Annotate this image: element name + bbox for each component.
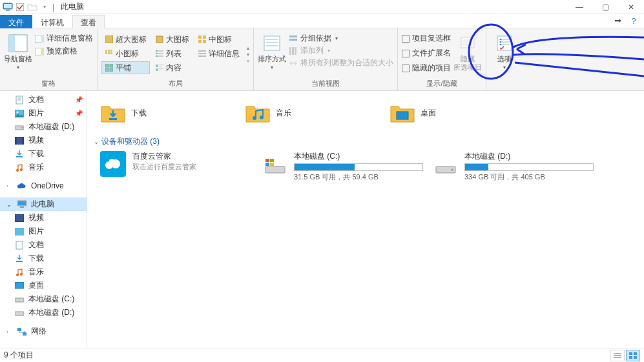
svg-rect-41 [264, 36, 280, 50]
details-view-button[interactable] [610, 350, 625, 361]
tab-view[interactable]: 查看 [72, 15, 105, 28]
folder-downloads[interactable]: 下载 [100, 100, 223, 126]
nav-music[interactable]: 音乐 [0, 161, 87, 174]
nav-videos[interactable]: 视频 [0, 134, 87, 147]
item-checkboxes-toggle[interactable]: 项目复选框 [402, 33, 451, 44]
nav-pc-drive-d[interactable]: 本地磁盘 (D:) [0, 306, 87, 319]
drive-d-bar [464, 163, 594, 171]
close-button[interactable]: ✕ [618, 0, 644, 14]
content-pane[interactable]: 下载 音乐 桌面 ⌄ 设备和驱动器 (3) 百度云管家 双击运行 [87, 91, 644, 348]
file-ext-toggle[interactable]: 文件扩展名 [402, 48, 451, 59]
music-icon [14, 163, 25, 173]
svg-rect-36 [159, 65, 163, 65]
nav-pc-videos[interactable]: 视频 [0, 211, 87, 225]
nav-local-d-pinned[interactable]: 本地磁盘 (D:) [0, 120, 87, 134]
view-switcher [610, 350, 640, 361]
group-by-button[interactable]: 分组依据▾ [289, 33, 393, 44]
preview-pane-label: 预览窗格 [47, 46, 78, 57]
nav-downloads[interactable]: 下载 [0, 147, 87, 161]
folders-row: 下载 音乐 桌面 [94, 99, 638, 132]
nav-pc-drive-c[interactable]: 本地磁盘 (C:) [0, 292, 87, 306]
layout-medium[interactable]: 中图标 [194, 33, 243, 46]
drive-c-label: 本地磁盘 (C:) [294, 151, 423, 162]
layout-details[interactable]: 详细信息 [194, 47, 243, 60]
folder-desktop[interactable]: 桌面 [390, 100, 512, 126]
hidden-items-toggle[interactable]: 隐藏的项目 [402, 63, 451, 74]
maximize-button[interactable]: ▢ [592, 0, 618, 14]
svg-rect-37 [159, 66, 162, 66]
navigation-pane-button[interactable]: 导航窗格 ▾ [4, 31, 32, 77]
svg-rect-25 [158, 50, 163, 52]
layout-large[interactable]: 大图标 [152, 33, 192, 46]
desktop-icon [14, 281, 25, 291]
ribbon-group-options: 选项 ▾ [486, 28, 523, 90]
nav-thispc[interactable]: ⌄此电脑 [0, 197, 87, 211]
fit-columns-button[interactable]: 将所有列调整为合适的大小 [289, 57, 393, 68]
nav-onedrive[interactable]: ›OneDrive [0, 179, 87, 192]
minimize-button[interactable]: — [566, 0, 592, 14]
collapse-icon[interactable]: ⌄ [6, 201, 13, 208]
svg-point-60 [17, 111, 19, 113]
pin-icon: 📌 [75, 96, 85, 103]
nav-documents[interactable]: 文档📌 [0, 93, 87, 106]
documents-icon [14, 95, 25, 105]
watermark-url: WWW.XITONGZHIJIA.NET [572, 339, 639, 345]
expand-icon[interactable]: › [6, 328, 13, 335]
navigation-pane[interactable]: 文档📌 图片📌 本地磁盘 (D:) 视频 下载 音乐 ›OneDrive ⌄此电… [0, 91, 87, 348]
svg-rect-38 [156, 68, 158, 71]
svg-rect-74 [16, 241, 23, 249]
ribbon-group-panes: 导航窗格 ▾ 详细信息窗格 预览窗格 窗格 [0, 28, 98, 90]
drive-icon [435, 157, 458, 176]
svg-rect-103 [634, 356, 637, 359]
layout-content[interactable]: 内容 [152, 61, 192, 74]
svg-rect-90 [265, 166, 285, 173]
minimize-ribbon-icon[interactable]: ⮕ [613, 16, 623, 26]
baidu-cloud-app[interactable]: 百度云管家 双击运行百度云管家 [100, 151, 242, 182]
sort-by-button[interactable]: 排序方式 ▾ [258, 31, 286, 77]
nav-pc-desktop[interactable]: 桌面 [0, 279, 87, 292]
ribbon: 导航窗格 ▾ 详细信息窗格 预览窗格 窗格 超大图标 大图标 中图标 [0, 28, 644, 91]
svg-rect-31 [105, 64, 109, 67]
layout-extralarge[interactable]: 超大图标 [101, 33, 150, 46]
svg-rect-75 [16, 261, 23, 262]
window-title: 此电脑 [57, 1, 84, 12]
nav-pc-music[interactable]: 音乐 [0, 265, 87, 279]
nav-pc-downloads[interactable]: 下载 [0, 252, 87, 265]
svg-rect-11 [156, 36, 163, 43]
devices-section-header[interactable]: ⌄ 设备和驱动器 (3) [94, 132, 638, 150]
drive-d[interactable]: 本地磁盘 (D:) 334 GB 可用，共 405 GB [435, 151, 583, 182]
drive-d-info: 334 GB 可用，共 405 GB [464, 172, 594, 182]
collapse-icon[interactable]: ⌄ [94, 138, 99, 145]
nav-network[interactable]: ›网络 [0, 325, 87, 338]
details-pane-label: 详细信息窗格 [47, 33, 93, 44]
nav-pc-pictures[interactable]: 图片 [0, 225, 87, 238]
ribbon-help-area: ⮕ ? [613, 14, 644, 28]
drive-c[interactable]: 本地磁盘 (C:) 31.5 GB 可用，共 59.4 GB [264, 151, 413, 182]
svg-rect-49 [295, 47, 296, 55]
hide-selected-button[interactable]: 隐藏所选项目 [453, 31, 482, 77]
pin-icon: 📌 [75, 110, 85, 117]
quick-access-toolbar: ▾ [0, 2, 50, 12]
nav-pc-documents[interactable]: 文档 [0, 238, 87, 252]
tab-computer[interactable]: 计算机 [32, 15, 72, 28]
new-folder-icon[interactable] [27, 2, 37, 12]
details-pane-button[interactable]: 详细信息窗格 [35, 33, 93, 44]
add-columns-button[interactable]: 添加列▾ [289, 45, 393, 56]
tab-file[interactable]: 文件 [0, 15, 32, 28]
svg-rect-51 [463, 39, 472, 46]
nav-pictures[interactable]: 图片📌 [0, 106, 87, 120]
options-button[interactable]: 选项 ▾ [490, 31, 519, 87]
folder-music[interactable]: 音乐 [245, 100, 368, 126]
drive-c-bar [294, 163, 423, 171]
svg-rect-13 [203, 35, 206, 39]
help-icon[interactable]: ? [628, 16, 639, 26]
layout-tiles[interactable]: 平铺 [101, 61, 150, 74]
preview-pane-button[interactable]: 预览窗格 [35, 46, 93, 57]
documents-icon [14, 240, 25, 250]
layout-small[interactable]: 小图标 [101, 47, 150, 60]
tiles-view-button[interactable] [626, 350, 640, 361]
layout-list[interactable]: 列表 [152, 47, 192, 60]
expand-icon[interactable]: › [6, 183, 13, 189]
qat-dropdown-icon[interactable]: ▾ [39, 2, 50, 12]
checkbox-icon[interactable] [15, 2, 25, 12]
